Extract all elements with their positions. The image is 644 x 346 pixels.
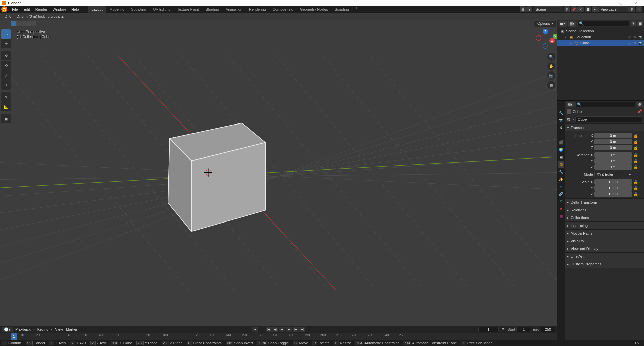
lock-icon[interactable]: 🔓 <box>633 192 638 196</box>
tab-modifiers-icon[interactable]: 🔧 <box>558 168 564 175</box>
panel-collections-header[interactable]: ▸Collections <box>565 214 644 221</box>
tab-material-icon[interactable]: ● <box>558 205 564 212</box>
tab-object-icon[interactable]: ▨ <box>558 161 564 168</box>
tool-cursor[interactable]: ✛ <box>1 39 11 48</box>
axis-neg-z-icon[interactable] <box>543 43 548 49</box>
new-viewlayer-button[interactable]: ⎘ <box>629 6 635 12</box>
tab-shading[interactable]: Shading <box>202 6 222 13</box>
select-mode-5[interactable] <box>31 21 36 26</box>
scale-z-field[interactable]: 1.000 <box>594 191 632 197</box>
tab-render-icon[interactable]: 📷 <box>558 117 564 123</box>
jump-prevkey-button[interactable]: ◀| <box>272 327 278 332</box>
location-x-field[interactable]: 0 m <box>594 133 632 138</box>
rotation-y-field[interactable]: 0° <box>594 158 632 164</box>
outliner-row-collection[interactable]: ▾ ▣ Collection ☑👁📷 <box>557 34 644 40</box>
tool-move[interactable]: ✥ <box>1 51 11 60</box>
properties-search-input[interactable]: 🔍 <box>575 102 635 107</box>
play-reverse-button[interactable]: ◀ <box>279 327 285 332</box>
tab-compositing[interactable]: Compositing <box>269 6 297 13</box>
outliner-editor-type[interactable]: ☰▾ <box>559 21 567 27</box>
menu-render[interactable]: Render <box>33 6 50 13</box>
tab-layout[interactable]: Layout <box>88 6 106 13</box>
tool-scale[interactable]: ⤢ <box>1 70 11 80</box>
tab-rendering[interactable]: Rendering <box>246 6 269 13</box>
scene-dropdown-icon[interactable]: ▾ <box>526 6 532 12</box>
outliner-new-collection-button[interactable]: ▣ <box>637 21 643 26</box>
scene-name-field[interactable]: Scene <box>533 6 563 12</box>
menu-file[interactable]: File <box>9 6 21 13</box>
tab-tool-icon[interactable]: 🔧 <box>558 109 564 116</box>
scale-y-field[interactable]: 1.000 <box>594 185 632 191</box>
add-workspace-button[interactable]: + <box>352 6 361 13</box>
select-mode-4[interactable] <box>26 21 31 26</box>
tab-sculpting[interactable]: Sculpting <box>128 6 149 13</box>
location-z-field[interactable]: 0 m <box>594 145 632 150</box>
location-y-field[interactable]: 0 m <box>594 139 632 144</box>
select-mode-2[interactable] <box>16 21 21 26</box>
axis-z-icon[interactable]: Z <box>543 29 548 34</box>
select-mode-3[interactable] <box>21 21 26 26</box>
navigation-gizmo[interactable]: Z Y X <box>535 29 555 49</box>
pin-icon[interactable]: 📌 <box>637 109 642 114</box>
object-name-field[interactable]: Cube <box>575 116 642 122</box>
panel-delta-transform-header[interactable]: ▸Delta Transform <box>565 199 644 206</box>
tab-particles-icon[interactable]: ✨ <box>558 176 564 183</box>
ortho-icon[interactable]: ▦ <box>547 81 555 89</box>
outliner-row-scene-collection[interactable]: ▣ Scene Collection <box>557 28 644 34</box>
delete-viewlayer-button[interactable]: ✕ <box>636 6 642 12</box>
render-toggle[interactable]: 📷 <box>638 41 643 45</box>
tab-output-icon[interactable]: 🖨 <box>558 124 564 131</box>
jump-nextkey-button[interactable]: |▶ <box>293 327 299 332</box>
lock-icon[interactable]: 🔓 <box>633 146 638 150</box>
tab-scripting[interactable]: Scripting <box>331 6 352 13</box>
current-frame-field[interactable]: 1 <box>478 327 499 332</box>
tab-scene-icon[interactable]: 🎬 <box>558 139 564 146</box>
scale-x-field[interactable]: 1.000 <box>594 179 632 185</box>
delete-scene-button[interactable]: ✕ <box>577 6 584 12</box>
properties-options-button[interactable]: ⚙ <box>637 102 643 107</box>
new-scene-button[interactable]: ⎘ <box>564 6 570 12</box>
render-toggle[interactable]: 📷 <box>638 35 643 39</box>
autokey-button[interactable]: ● <box>252 327 258 332</box>
timeline-menu-marker[interactable]: Marker <box>66 327 77 331</box>
rotation-mode-dropdown[interactable]: XYZ Euler▾ <box>594 171 633 177</box>
rotation-x-field[interactable]: 0° <box>594 152 632 158</box>
tab-geometry-nodes[interactable]: Geometry Nodes <box>297 6 331 13</box>
panel-instancing-header[interactable]: ▸Instancing <box>565 222 644 229</box>
tab-world-icon[interactable]: 🌍 <box>558 146 564 153</box>
exclude-toggle[interactable]: ☑ <box>627 35 632 39</box>
scene-selector[interactable]: ▦ ▾ Scene ⎘ 📌 ✕ <box>520 6 584 12</box>
tab-modeling[interactable]: Modeling <box>106 6 128 13</box>
playhead-cursor[interactable]: 1 <box>11 333 17 340</box>
timeline-menu-view[interactable]: View <box>55 327 63 331</box>
jump-button[interactable]: ⟳ <box>500 327 506 332</box>
panel-transform-header[interactable]: ▾Transform <box>565 124 644 131</box>
tab-data-icon[interactable]: ▽ <box>558 198 564 205</box>
viewport-options-dropdown[interactable]: Options▾ <box>534 21 556 27</box>
timeline-menu-playback[interactable]: Playback <box>15 327 31 331</box>
outliner-row-cube[interactable]: ▸ ▽ Cube ▽ 👁📷 <box>557 40 644 46</box>
lock-icon[interactable]: 🔓 <box>633 165 638 169</box>
tool-measure[interactable]: 📐 <box>1 102 11 111</box>
disclosure-arrow-icon[interactable]: ▸ <box>569 42 573 45</box>
tab-texture-icon[interactable]: ▦ <box>558 213 564 219</box>
panel-motion-paths-header[interactable]: ▸Motion Paths <box>565 230 644 237</box>
visibility-toggle[interactable]: 👁 <box>633 41 637 45</box>
tool-add-cube[interactable]: ▣ <box>1 114 11 123</box>
lock-icon[interactable]: 🔓 <box>633 180 638 184</box>
tab-collection-icon[interactable]: ▣ <box>558 154 564 160</box>
tool-transform[interactable]: ✦ <box>1 80 11 90</box>
panel-custom-properties-header[interactable]: ▸Custom Properties <box>565 260 644 268</box>
menu-window[interactable]: Window <box>50 6 69 13</box>
tool-rotate[interactable]: ⟲ <box>1 61 11 70</box>
camera-icon[interactable]: 📷 <box>547 71 555 80</box>
tab-constraints-icon[interactable]: 🔗 <box>558 191 564 197</box>
jump-start-button[interactable]: |◀ <box>266 327 272 332</box>
zoom-icon[interactable]: 🔍 <box>547 53 555 61</box>
panel-relations-header[interactable]: ▸Relations <box>565 206 644 214</box>
minimize-button[interactable]: — <box>598 0 613 6</box>
end-frame-field[interactable]: 250 <box>541 327 555 332</box>
tab-viewlayer-icon[interactable]: ☰ <box>558 132 564 138</box>
outliner-display-mode[interactable]: ▤▾ <box>568 21 576 27</box>
lock-icon[interactable]: 🔓 <box>633 153 638 157</box>
